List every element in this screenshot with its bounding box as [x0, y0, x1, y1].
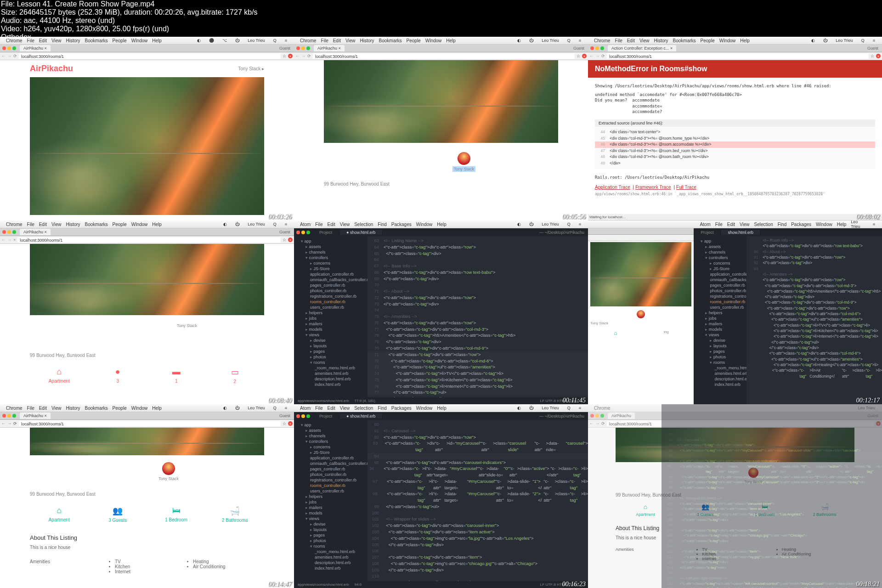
thumb-5: AtomFileEditViewSelectionFindPackagesWin…: [294, 220, 588, 404]
bed-icon: ▬: [147, 367, 206, 377]
thumb-4: ChromeFileEditViewHistoryBookmarksPeople…: [0, 220, 294, 404]
hero-image: [30, 77, 264, 215]
thumb-7: ChromeFileEditViewHistoryBookmarksPeople…: [0, 404, 294, 588]
file-tree[interactable]: appassetschannelscontrollersconcernsJS-S…: [294, 236, 368, 397]
room-stats: ⌂Apartment ●3 ▬1 ▭2: [30, 367, 264, 384]
ffprobe-overlay: File: Lesson 41. Create Room Show Page.m…: [1, 0, 258, 41]
host-name[interactable]: Tony Stack: [452, 166, 475, 172]
home-icon: ⌂: [30, 367, 89, 377]
listing-title: Beautiful place in Melbourne: [324, 152, 439, 179]
error-source: 44 <div class="row text-center">45 <div …: [595, 127, 875, 169]
thumb-2: ChromeFileEditViewHistoryBookmarksPeople…: [294, 37, 588, 220]
rails-error-title: NoMethodError in Rooms#show: [588, 60, 882, 78]
user-icon: ●: [89, 367, 147, 377]
room-stats-teal: ⌂Apartment 👥3 Guests 🛏1 Bedroom 🛁2 Bathr…: [30, 506, 264, 523]
code-editor[interactable]: 63<!-- Listing Name -->64<"c-attr">class…: [368, 236, 588, 397]
brand-logo[interactable]: AirPikachu: [30, 64, 73, 74]
bath-icon: ▭: [206, 367, 265, 377]
thumb-3: ChromeFileEditViewHistoryBookmarksPeople…: [588, 37, 882, 220]
thumb-8: AtomFileEditViewSelectionFindPackagesWin…: [294, 404, 588, 588]
browser-tab[interactable]: AirPikachu ×: [20, 45, 51, 51]
thumbnail-grid: ChromeFileEditViewHistoryBookmarksPeople…: [0, 37, 882, 588]
thumb-1: ChromeFileEditViewHistoryBookmarksPeople…: [0, 37, 294, 220]
trace-links[interactable]: Application Trace | Framework Trace | Fu…: [595, 185, 875, 190]
url-bar[interactable]: ←→⟳localhost:3000/rooms/1☆×: [0, 52, 294, 60]
thumb-6: Tony Stack ⌂ing AtomFileEditViewSelectio…: [588, 220, 882, 404]
host-avatar[interactable]: [458, 152, 470, 165]
thumb-9: ChromeLeo Trieu AirPikachuGuest ←→⟳local…: [588, 404, 882, 588]
